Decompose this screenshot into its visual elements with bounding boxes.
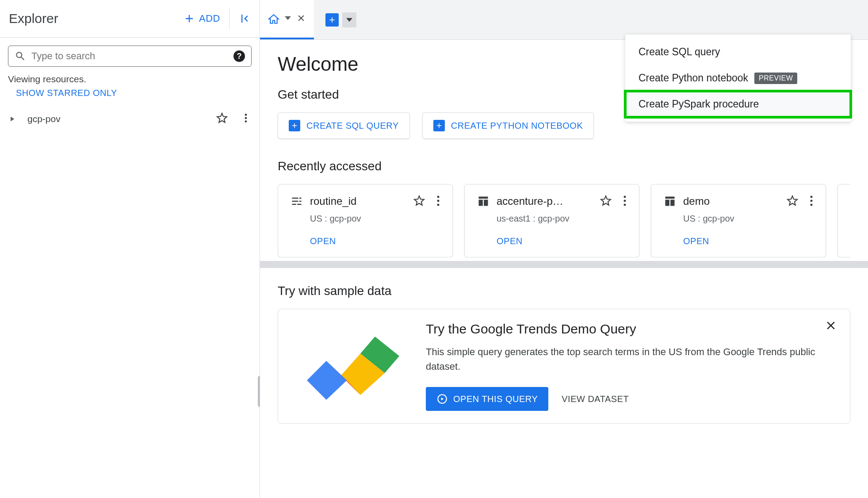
horizontal-scrollbar[interactable] [260,261,868,268]
collapse-sidebar-button[interactable] [238,12,251,25]
recent-card[interactable] [837,184,850,257]
more-actions-button[interactable] [623,195,627,208]
close-tab-button[interactable] [296,13,306,25]
svg-point-3 [437,196,440,198]
tab-bar [260,0,868,40]
plus-icon [289,120,300,131]
svg-point-7 [624,200,626,202]
create-python-notebook-button[interactable]: CREATE PYTHON NOTEBOOK [422,112,594,139]
expand-caret-icon[interactable] [8,115,16,123]
help-icon[interactable]: ? [233,50,245,62]
table-icon [477,195,489,209]
create-dropdown-menu: Create SQL query Create Python notebook … [625,34,851,122]
card-title: accenture-p… [497,195,593,207]
open-button[interactable]: OPEN [664,236,813,246]
svg-point-11 [811,204,813,206]
home-tab[interactable] [260,0,314,39]
query-icon [436,393,448,405]
svg-marker-15 [307,361,347,400]
svg-point-2 [245,120,247,123]
explorer-title: Explorer [9,11,58,26]
home-icon [268,13,279,25]
tab-caret-icon[interactable] [285,15,291,23]
trends-illustration [293,322,408,410]
sample-card-title: Try the Google Trends Demo Query [426,322,835,337]
recent-card[interactable]: demo US : gcp-pov OPEN [651,184,826,257]
more-actions-button[interactable] [240,112,252,126]
recent-card[interactable]: accenture-p… us-east1 : gcp-pov OPEN [464,184,639,257]
star-button[interactable] [413,195,425,208]
card-subtitle: us-east1 : gcp-pov [477,214,627,224]
new-tab-dropdown-button[interactable] [342,12,356,27]
create-sql-query-button[interactable]: CREATE SQL QUERY [278,112,410,139]
plus-icon [328,15,336,24]
recently-accessed-title: Recently accessed [278,159,850,173]
show-starred-only-button[interactable]: SHOW STARRED ONLY [0,88,260,106]
search-icon [15,50,26,62]
caret-down-icon [346,17,352,23]
create-sql-query-item[interactable]: Create SQL query [625,39,851,65]
sample-card-description: This simple query generates the top sear… [426,345,835,374]
close-icon [824,319,837,332]
explorer-sidebar: Explorer ADD ? Viewing resources. SHOW S… [0,0,260,498]
close-sample-card-button[interactable] [824,319,837,334]
open-button[interactable]: OPEN [477,236,627,246]
card-subtitle: US : gcp-pov [664,214,813,224]
svg-point-8 [624,204,626,206]
card-title: routine_id [310,195,406,207]
try-sample-title: Try with sample data [278,284,850,298]
more-actions-button[interactable] [436,195,440,208]
search-input-container[interactable]: ? [8,46,252,67]
divider [229,8,229,29]
card-title: demo [683,195,780,207]
project-label: gcp-pov [22,114,210,124]
main-panel: Create SQL query Create Python notebook … [260,0,868,498]
recent-cards-row: routine_id US : gcp-pov OPEN accenture-p… [278,184,850,257]
svg-point-5 [437,204,440,206]
open-this-query-button[interactable]: OPEN THIS QUERY [426,387,548,411]
recent-card[interactable]: routine_id US : gcp-pov OPEN [278,184,453,257]
star-button[interactable] [600,195,612,208]
plus-icon [183,12,195,25]
svg-point-10 [811,200,813,202]
project-tree-item[interactable]: gcp-pov [0,106,260,132]
view-dataset-button[interactable]: VIEW DATASET [562,394,629,404]
preview-badge: PREVIEW [754,73,797,84]
sample-data-card: Try the Google Trends Demo Query This si… [278,309,850,424]
star-button[interactable] [216,112,228,126]
viewing-resources-label: Viewing resources. [0,72,260,88]
svg-point-0 [245,114,247,116]
create-pyspark-procedure-item[interactable]: Create PySpark procedure [625,91,851,117]
card-subtitle: US : gcp-pov [291,214,440,224]
routine-icon [291,195,303,209]
plus-icon [433,120,445,131]
collapse-icon [238,12,251,25]
svg-point-9 [811,196,813,198]
sidebar-header: Explorer ADD [0,0,260,38]
svg-point-4 [437,200,440,202]
add-button-label: ADD [199,13,220,24]
create-python-notebook-item[interactable]: Create Python notebook PREVIEW [625,65,851,91]
open-button[interactable]: OPEN [291,236,440,246]
add-button[interactable]: ADD [183,12,220,25]
more-actions-button[interactable] [810,195,813,208]
new-tab-button[interactable] [325,13,339,27]
svg-point-1 [245,117,247,119]
star-button[interactable] [787,195,798,208]
table-icon [664,195,676,209]
svg-point-6 [624,196,626,198]
search-input[interactable] [31,50,228,62]
